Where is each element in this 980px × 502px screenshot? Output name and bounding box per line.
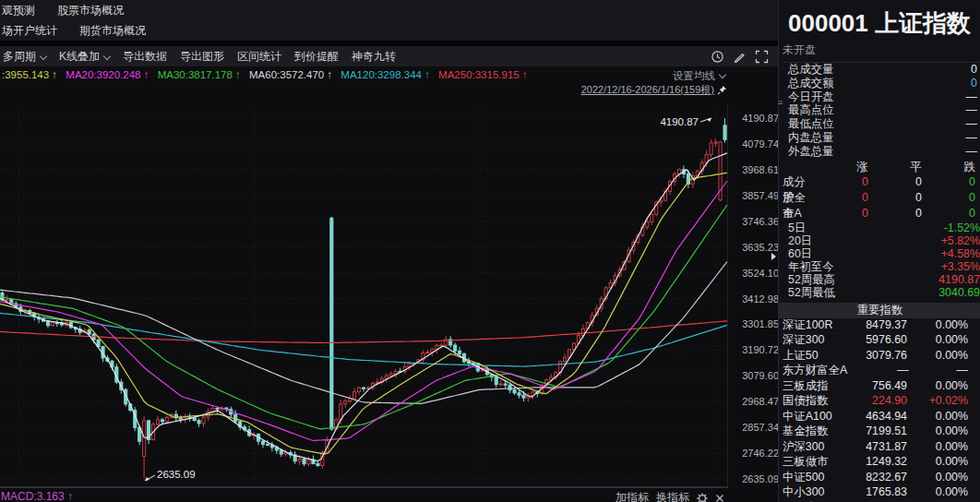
menu-item[interactable]: 股票市场概况 bbox=[57, 3, 124, 18]
toolbar-item[interactable]: 导出数据 bbox=[123, 49, 167, 65]
index-name: 中证500 bbox=[783, 471, 844, 485]
ma-line-MA10 bbox=[0, 173, 727, 454]
ma-legend-item: :3955.143 ↑ bbox=[2, 69, 60, 80]
index-name: 基金指数 bbox=[783, 424, 844, 439]
close-icon[interactable] bbox=[715, 494, 724, 502]
index-name: 上证50 bbox=[783, 349, 844, 364]
quote-info-label: 最低点位 bbox=[788, 117, 883, 131]
index-row[interactable]: 深证3005976.600.00% bbox=[779, 333, 980, 349]
y-axis-tick-label: 2635.09 bbox=[731, 473, 779, 484]
history-icon[interactable] bbox=[711, 50, 724, 64]
macd-value-label: MACD:3.163 ↑ bbox=[1, 490, 73, 502]
toolbar-item[interactable]: 导出图形 bbox=[180, 49, 224, 65]
updown-row[interactable]: 全A000 bbox=[779, 206, 980, 221]
index-change-pct: 0.00% bbox=[907, 471, 968, 485]
down-count: 0 bbox=[922, 190, 975, 206]
svg-text:2635.09: 2635.09 bbox=[157, 469, 196, 480]
index-row[interactable]: 深证100R8479.370.00% bbox=[779, 318, 980, 334]
axis-drag-handle[interactable]: ≡ bbox=[778, 98, 783, 107]
period-label: 5日 bbox=[788, 221, 944, 234]
menu-item[interactable]: 场开户统计 bbox=[2, 23, 57, 39]
index-name: 深证300 bbox=[783, 333, 844, 348]
period-row: 年初至今+3.35% bbox=[779, 260, 980, 273]
index-row[interactable]: 沪深3004731.870.00% bbox=[779, 440, 980, 456]
index-change-pct: 0.00% bbox=[907, 485, 968, 500]
y-axis-tick-label: 3968.61 bbox=[731, 164, 779, 175]
gear-icon[interactable] bbox=[697, 493, 708, 502]
toolbar-item[interactable]: K线叠加 bbox=[59, 49, 110, 65]
up-count: 0 bbox=[815, 206, 868, 221]
menu-item[interactable]: 观预测 bbox=[2, 3, 35, 18]
toolbar-item[interactable]: 神奇九转 bbox=[352, 49, 396, 65]
ma-settings-button[interactable]: 设置均线 bbox=[673, 69, 725, 83]
updown-header-label: 跌 bbox=[922, 161, 975, 174]
pin-icon bbox=[717, 85, 727, 95]
updown-row[interactable]: 成分股000 bbox=[779, 174, 980, 190]
chevron-down-icon bbox=[719, 71, 726, 78]
index-name: 中小300 bbox=[783, 485, 844, 500]
index-row[interactable]: 三板成指756.490.00% bbox=[779, 379, 980, 395]
flat-count: 0 bbox=[868, 206, 922, 221]
up-count: 0 bbox=[815, 174, 868, 190]
quote-panel: 000001 上证指数 未开盘 总成交量0总成交额0今日开盘—最高点位—最低点位… bbox=[778, 0, 980, 502]
updown-header-label: 平 bbox=[868, 161, 922, 174]
index-name: 东方财富全A bbox=[783, 364, 847, 378]
period-performance-rows: 5日-1.52%20日+5.82%60日+4.58%年初至今+3.35%52周最… bbox=[779, 221, 980, 299]
ma-legend-item: MA60:3572.470 ↑ bbox=[249, 69, 335, 80]
toolbar-item[interactable]: 多周期 bbox=[3, 49, 46, 65]
index-value: 756.49 bbox=[844, 379, 907, 394]
y-axis-tick-label: 3079.60 bbox=[731, 370, 779, 381]
toolbar-item-label: 导出数据 bbox=[123, 49, 167, 65]
axis-divider bbox=[727, 105, 728, 487]
y-axis-tick-label: 3301.85 bbox=[731, 318, 779, 329]
toolbar-item-label: K线叠加 bbox=[59, 49, 100, 65]
quote-info-value: — bbox=[883, 90, 978, 104]
draw-pen-icon[interactable] bbox=[733, 50, 747, 64]
quote-info-value: — bbox=[883, 117, 978, 131]
quote-info-row: 内盘总量— bbox=[779, 131, 980, 145]
flat-count: 0 bbox=[868, 190, 922, 206]
period-value: +3.35% bbox=[941, 260, 980, 273]
index-row[interactable]: 国债指数224.90+0.02% bbox=[779, 394, 980, 410]
date-range-link[interactable]: 2022/12/16-2026/1/16(159根) bbox=[581, 83, 727, 97]
index-change-pct: 0.00% bbox=[907, 379, 968, 394]
period-label: 52周最低 bbox=[788, 286, 938, 299]
index-row[interactable]: 东方财富全A—— bbox=[779, 364, 980, 379]
quote-info-row: 最低点位— bbox=[779, 117, 980, 131]
index-row[interactable]: 中证5008232.670.00% bbox=[779, 471, 980, 486]
y-axis-tick-label: 4190.87 bbox=[731, 113, 779, 124]
toolbar-item[interactable]: 区间统计 bbox=[237, 49, 281, 65]
index-row[interactable]: 基金指数7199.510.00% bbox=[779, 424, 980, 440]
kline-chart[interactable]: 4190.872635.09 bbox=[0, 105, 727, 487]
updown-row[interactable]: 沪全市000 bbox=[779, 190, 980, 206]
period-row: 5日-1.52% bbox=[779, 221, 980, 234]
ma-legend-item: MA20:3920.248 ↑ bbox=[66, 69, 151, 80]
toolbar-item-label: 到价提醒 bbox=[294, 49, 339, 65]
menu-item[interactable]: 期货市场概况 bbox=[79, 23, 146, 39]
updown-header-label: 涨 bbox=[815, 161, 868, 174]
quote-info-label: 总成交额 bbox=[788, 77, 883, 90]
index-row[interactable]: 中证A1004634.940.00% bbox=[779, 410, 980, 425]
up-count: 0 bbox=[815, 190, 868, 206]
swap-indicator-button[interactable]: 换指标 bbox=[656, 490, 689, 502]
market-status: 未开盘 bbox=[783, 42, 980, 63]
updown-header: 涨平跌 bbox=[779, 161, 980, 174]
add-indicator-button[interactable]: 加指标 bbox=[615, 490, 649, 502]
quote-info-label: 外盘总量 bbox=[788, 145, 883, 159]
updown-row-label: 沪全市 bbox=[783, 190, 815, 206]
menu-row-1: 观预测股票市场概况 bbox=[0, 0, 778, 20]
index-row[interactable]: 三板做市1249.320.00% bbox=[779, 455, 980, 471]
index-row[interactable]: 上证503079.760.00% bbox=[779, 349, 980, 365]
index-name: 三板做市 bbox=[783, 455, 844, 470]
toolbar-item[interactable]: 到价提醒 bbox=[294, 49, 339, 65]
chevron-down-icon bbox=[103, 53, 111, 60]
quote-info-row: 总成交量0 bbox=[779, 63, 980, 77]
toolbar-items: 多周期K线叠加导出数据导出图形区间统计到价提醒神奇九转 bbox=[0, 49, 396, 65]
fullscreen-icon[interactable] bbox=[755, 50, 769, 64]
index-value: 8479.37 bbox=[844, 318, 907, 333]
toolbar-item-label: 神奇九转 bbox=[352, 49, 396, 65]
index-row[interactable]: 中小3001765.830.00% bbox=[779, 485, 980, 501]
y-axis-tick-label: 3635.23 bbox=[731, 242, 779, 253]
quote-info-label: 今日开盘 bbox=[788, 90, 883, 104]
period-value: 3040.69 bbox=[938, 286, 980, 299]
